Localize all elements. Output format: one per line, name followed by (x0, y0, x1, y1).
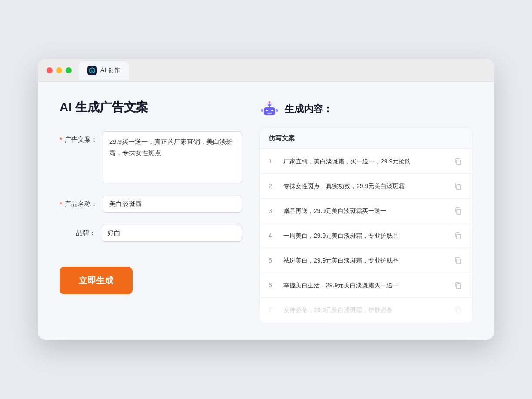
row-text: 掌握美白生活，29.9元美白淡斑霜买一送一 (283, 281, 448, 290)
svg-rect-10 (269, 106, 270, 107)
svg-rect-6 (264, 107, 275, 115)
product-name-input[interactable] (103, 196, 242, 213)
ad-required-mark: * (60, 136, 62, 143)
page-title: AI 生成广告文案 (60, 99, 242, 116)
ai-tab-icon: AI (87, 66, 97, 75)
browser-window: AI AI 创作 AI 生成广告文案 * 广告文案： 29.9买一送一，真正的厂… (38, 59, 494, 340)
result-rows-container: 1厂家直销，美白淡斑霜，买一送一，29.9元抢购 2专抹女性斑点，真实功效，29… (260, 149, 472, 322)
ad-copy-input[interactable]: 29.9买一送一，真正的厂家直销，美白淡斑霜，专抹女性斑点 (103, 131, 242, 183)
svg-rect-19 (457, 284, 461, 289)
table-row: 5祛斑美白，29.9元美白淡斑霜，专业护肤品 (260, 248, 472, 273)
table-row: 1厂家直销，美白淡斑霜，买一送一，29.9元抢购 (260, 149, 472, 174)
row-text: 专抹女性斑点，真实功效，29.9元美白淡斑霜 (283, 182, 448, 191)
brand-label: 品牌： (60, 225, 101, 237)
copy-button[interactable] (453, 156, 463, 166)
row-number: 1 (269, 158, 278, 165)
minimize-button[interactable] (56, 67, 62, 73)
product-name-label: * 产品名称： (60, 196, 103, 208)
table-row: 2专抹女性斑点，真实功效，29.9元美白淡斑霜 (260, 174, 472, 199)
svg-point-13 (269, 101, 270, 103)
ad-copy-label: * 广告文案： (60, 131, 103, 144)
svg-rect-17 (457, 234, 461, 239)
product-name-row: * 产品名称： (60, 196, 242, 213)
row-number: 4 (269, 232, 278, 239)
svg-rect-16 (457, 209, 461, 214)
row-number: 6 (269, 282, 278, 289)
svg-rect-18 (457, 259, 461, 264)
titlebar: AI AI 创作 (38, 59, 494, 82)
row-number: 5 (269, 257, 278, 264)
right-panel: 生成内容： 仿写文案 1厂家直销，美白淡斑霜，买一送一，29.9元抢购 2专抹女… (259, 99, 472, 323)
traffic-lights (47, 67, 72, 73)
row-text: 赠品再送，29.9元美白淡斑霜买一送一 (283, 206, 448, 216)
brand-input[interactable] (101, 225, 242, 242)
table-row: 6掌握美白生活，29.9元美白淡斑霜买一送一 (260, 273, 472, 298)
row-text: 祛斑美白，29.9元美白淡斑霜，专业护肤品 (283, 256, 448, 265)
tab-label: AI 创作 (100, 66, 120, 74)
result-title: 生成内容： (285, 103, 332, 116)
generate-button[interactable]: 立即生成 (60, 267, 133, 294)
close-button[interactable] (47, 67, 53, 73)
svg-rect-14 (457, 160, 461, 165)
table-row: 3赠品再送，29.9元美白淡斑霜买一送一 (260, 199, 472, 223)
row-text: 女神必备，29.9元美白淡斑霜，护肤必备 (283, 306, 448, 315)
svg-text:AI: AI (91, 70, 93, 72)
svg-rect-15 (457, 185, 461, 190)
result-header: 生成内容： (259, 99, 472, 119)
brand-row: 品牌： (60, 225, 242, 242)
copy-button[interactable] (453, 230, 463, 241)
copy-button[interactable] (453, 206, 463, 216)
maximize-button[interactable] (66, 67, 72, 73)
copy-button[interactable] (453, 181, 463, 191)
svg-point-5 (270, 103, 271, 105)
tab-ai-create[interactable]: AI AI 创作 (79, 61, 129, 80)
ad-copy-row: * 广告文案： 29.9买一送一，真正的厂家直销，美白淡斑霜，专抹女性斑点 (60, 131, 242, 183)
result-table: 仿写文案 1厂家直销，美白淡斑霜，买一送一，29.9元抢购 2专抹女性斑点，真实… (259, 128, 472, 323)
svg-rect-8 (271, 110, 273, 111)
table-header: 仿写文案 (260, 128, 472, 149)
svg-rect-20 (457, 309, 461, 313)
copy-button[interactable] (453, 255, 463, 266)
row-number: 3 (269, 207, 278, 214)
svg-rect-7 (266, 110, 268, 111)
row-number: 7 (269, 306, 278, 313)
robot-icon (259, 99, 279, 119)
table-row: 7女神必备，29.9元美白淡斑霜，护肤必备 (260, 298, 472, 322)
copy-button[interactable] (453, 305, 463, 315)
svg-point-4 (268, 103, 269, 105)
content-area: AI 生成广告文案 * 广告文案： 29.9买一送一，真正的厂家直销，美白淡斑霜… (38, 82, 494, 340)
row-text: 厂家直销，美白淡斑霜，买一送一，29.9元抢购 (283, 157, 448, 166)
table-row: 4一周美白，29.9元美白淡斑霜，专业护肤品 (260, 223, 472, 248)
result-container: 仿写文案 1厂家直销，美白淡斑霜，买一送一，29.9元抢购 2专抹女性斑点，真实… (259, 128, 472, 323)
copy-button[interactable] (453, 280, 463, 290)
left-panel: AI 生成广告文案 * 广告文案： 29.9买一送一，真正的厂家直销，美白淡斑霜… (60, 99, 242, 323)
row-number: 2 (269, 183, 278, 190)
row-text: 一周美白，29.9元美白淡斑霜，专业护肤品 (283, 231, 448, 240)
svg-point-12 (276, 109, 278, 112)
product-required-mark: * (60, 200, 62, 207)
svg-rect-9 (267, 113, 272, 114)
svg-point-11 (261, 109, 263, 112)
